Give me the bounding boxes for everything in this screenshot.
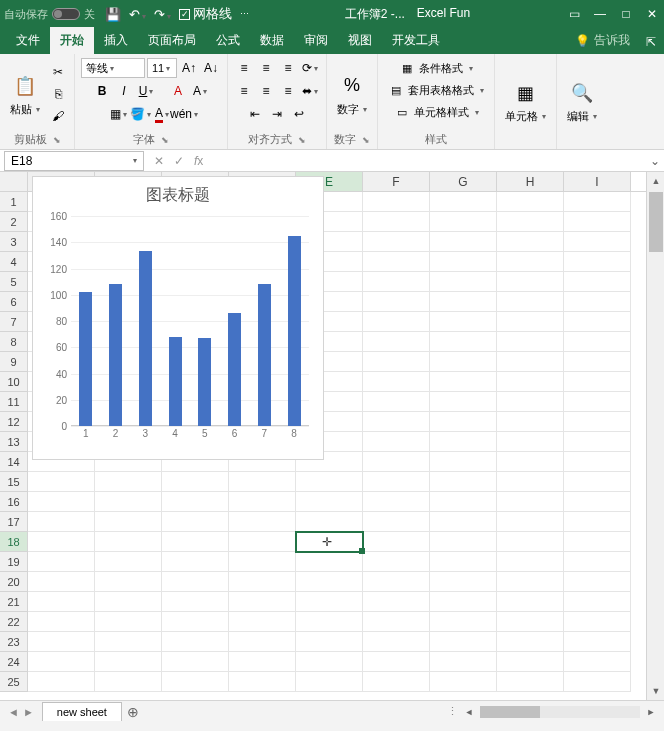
cell[interactable] bbox=[430, 352, 497, 372]
select-all-corner[interactable] bbox=[0, 172, 28, 191]
chart-bars[interactable] bbox=[71, 216, 309, 426]
cell[interactable] bbox=[497, 272, 564, 292]
cell[interactable] bbox=[229, 632, 296, 652]
align-center-icon[interactable]: ≡ bbox=[256, 81, 276, 101]
tab-review[interactable]: 审阅 bbox=[294, 27, 338, 54]
cell[interactable] bbox=[430, 632, 497, 652]
cell[interactable] bbox=[497, 612, 564, 632]
cell[interactable] bbox=[363, 312, 430, 332]
cell[interactable] bbox=[296, 652, 363, 672]
cell[interactable] bbox=[564, 332, 631, 352]
cell[interactable] bbox=[564, 292, 631, 312]
cell[interactable] bbox=[430, 432, 497, 452]
formula-cancel-icon[interactable]: ✕ bbox=[154, 154, 164, 168]
cell[interactable] bbox=[430, 272, 497, 292]
cell[interactable] bbox=[497, 492, 564, 512]
cell[interactable] bbox=[95, 572, 162, 592]
cell[interactable] bbox=[497, 252, 564, 272]
cell[interactable] bbox=[95, 632, 162, 652]
cell[interactable] bbox=[162, 512, 229, 532]
cell[interactable] bbox=[296, 632, 363, 652]
merge-icon[interactable]: ⬌▾ bbox=[300, 81, 320, 101]
cell[interactable] bbox=[229, 492, 296, 512]
cell[interactable] bbox=[497, 592, 564, 612]
font-color-a2-icon[interactable]: A▾ bbox=[190, 81, 210, 101]
cell[interactable] bbox=[363, 272, 430, 292]
cell[interactable] bbox=[162, 552, 229, 572]
cell[interactable] bbox=[497, 512, 564, 532]
cell[interactable] bbox=[229, 612, 296, 632]
save-icon[interactable]: 💾 bbox=[105, 7, 121, 22]
orientation-icon[interactable]: ⟳▾ bbox=[300, 58, 320, 78]
cell[interactable] bbox=[28, 552, 95, 572]
undo-icon[interactable]: ↶▾ bbox=[129, 7, 146, 22]
cell[interactable] bbox=[497, 632, 564, 652]
cell[interactable] bbox=[564, 432, 631, 452]
tab-developer[interactable]: 开发工具 bbox=[382, 27, 450, 54]
cell[interactable] bbox=[430, 372, 497, 392]
cell[interactable] bbox=[430, 412, 497, 432]
chart-bar[interactable] bbox=[109, 284, 122, 426]
tab-formulas[interactable]: 公式 bbox=[206, 27, 250, 54]
cell[interactable] bbox=[296, 492, 363, 512]
cell[interactable] bbox=[28, 632, 95, 652]
decrease-indent-icon[interactable]: ⇤ bbox=[245, 104, 265, 124]
cell[interactable] bbox=[229, 532, 296, 552]
cell[interactable] bbox=[564, 212, 631, 232]
cell[interactable] bbox=[363, 632, 430, 652]
cell[interactable] bbox=[564, 472, 631, 492]
row-header[interactable]: 22 bbox=[0, 612, 28, 632]
row-header[interactable]: 6 bbox=[0, 292, 28, 312]
cell[interactable] bbox=[296, 672, 363, 692]
hscroll-left-icon[interactable]: ◄ bbox=[462, 705, 476, 719]
cell[interactable] bbox=[296, 512, 363, 532]
fx-icon[interactable]: fx bbox=[194, 154, 203, 168]
cell[interactable] bbox=[564, 372, 631, 392]
cell[interactable] bbox=[95, 532, 162, 552]
chart-title[interactable]: 图表标题 bbox=[33, 177, 323, 210]
horizontal-scrollbar[interactable] bbox=[480, 706, 640, 718]
cell[interactable] bbox=[162, 532, 229, 552]
cell[interactable] bbox=[229, 472, 296, 492]
chart-bar[interactable] bbox=[139, 251, 152, 426]
row-header[interactable]: 11 bbox=[0, 392, 28, 412]
clipboard-launcher-icon[interactable]: ⬊ bbox=[53, 135, 61, 145]
row-header[interactable]: 20 bbox=[0, 572, 28, 592]
cell[interactable] bbox=[363, 372, 430, 392]
column-header[interactable]: I bbox=[564, 172, 631, 191]
cell[interactable] bbox=[28, 512, 95, 532]
cell[interactable] bbox=[430, 672, 497, 692]
cell[interactable] bbox=[497, 552, 564, 572]
tab-page-layout[interactable]: 页面布局 bbox=[138, 27, 206, 54]
number-format-button[interactable]: % 数字▾ bbox=[333, 70, 371, 119]
vscroll-thumb[interactable] bbox=[649, 192, 663, 252]
cell[interactable] bbox=[430, 332, 497, 352]
font-color-a-icon[interactable]: A bbox=[168, 81, 188, 101]
cell[interactable] bbox=[296, 612, 363, 632]
cell[interactable] bbox=[95, 472, 162, 492]
decrease-font-icon[interactable]: A↓ bbox=[201, 58, 221, 78]
ribbon-display-icon[interactable]: ▭ bbox=[566, 6, 582, 22]
cell[interactable] bbox=[430, 652, 497, 672]
scroll-down-icon[interactable]: ▼ bbox=[647, 682, 664, 700]
row-header[interactable]: 8 bbox=[0, 332, 28, 352]
tab-insert[interactable]: 插入 bbox=[94, 27, 138, 54]
cell[interactable] bbox=[162, 472, 229, 492]
cut-icon[interactable]: ✂ bbox=[48, 62, 68, 82]
cell[interactable] bbox=[28, 592, 95, 612]
editing-button[interactable]: 🔍 编辑▾ bbox=[563, 77, 601, 126]
cell[interactable] bbox=[564, 632, 631, 652]
cell[interactable] bbox=[363, 292, 430, 312]
cell[interactable] bbox=[28, 572, 95, 592]
hscroll-thumb[interactable] bbox=[480, 706, 540, 718]
row-header[interactable]: 24 bbox=[0, 652, 28, 672]
fill-color-icon[interactable]: 🪣▾ bbox=[130, 104, 150, 124]
cell[interactable] bbox=[430, 392, 497, 412]
chart-bar[interactable] bbox=[198, 338, 211, 426]
redo-icon[interactable]: ↷▾ bbox=[154, 7, 171, 22]
formula-input[interactable] bbox=[213, 151, 646, 171]
cell[interactable] bbox=[430, 532, 497, 552]
row-header[interactable]: 13 bbox=[0, 432, 28, 452]
cell[interactable] bbox=[497, 372, 564, 392]
row-header[interactable]: 3 bbox=[0, 232, 28, 252]
